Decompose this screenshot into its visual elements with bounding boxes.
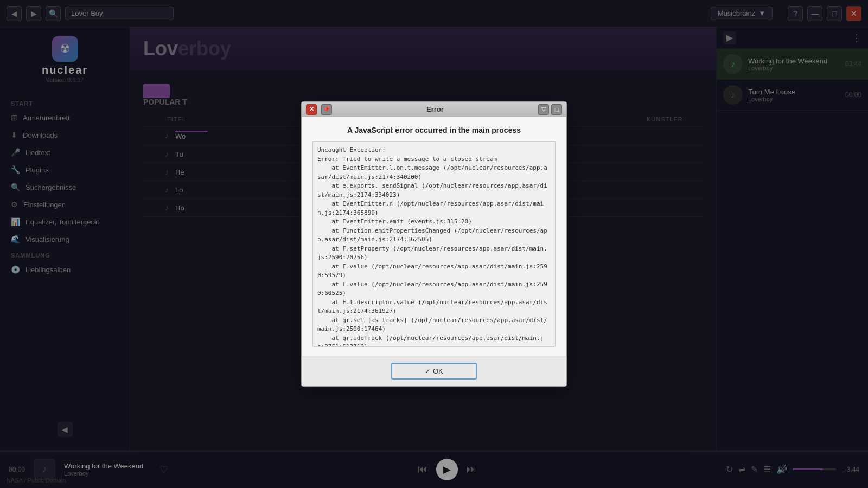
ok-button[interactable]: ✓ OK (391, 363, 476, 380)
error-footer: ✓ OK (302, 356, 566, 386)
error-title: Error (332, 105, 538, 113)
error-minimize-button[interactable]: ▽ (538, 104, 549, 115)
error-heading: A JavaScript error occurred in the main … (312, 126, 556, 134)
error-content: A JavaScript error occurred in the main … (302, 117, 566, 356)
error-close-button[interactable]: ✕ (306, 104, 317, 115)
error-maximize-button[interactable]: □ (551, 104, 562, 115)
error-title-buttons: ✕ 📌 (306, 104, 332, 115)
error-pin-button[interactable]: 📌 (321, 104, 332, 115)
error-titlebar: ✕ 📌 Error ▽ □ (302, 102, 566, 117)
error-body: Uncaught Exception: Error: Tried to writ… (312, 141, 556, 347)
error-dialog: ✕ 📌 Error ▽ □ A JavaScript error occurre… (301, 101, 567, 387)
error-overlay: ✕ 📌 Error ▽ □ A JavaScript error occurre… (0, 0, 868, 488)
